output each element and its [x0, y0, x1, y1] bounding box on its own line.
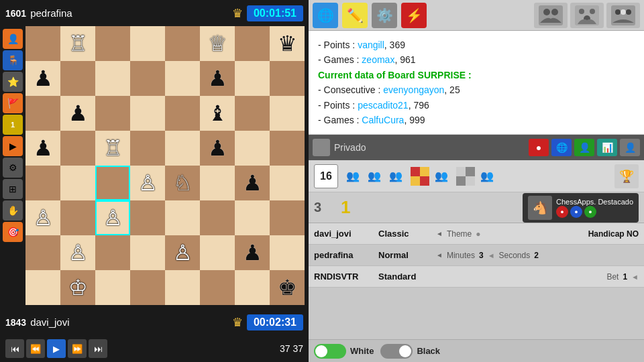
sq-f3[interactable]	[200, 200, 235, 235]
icon-target[interactable]: 🎯	[3, 222, 23, 242]
icon-number-1[interactable]: 1	[3, 115, 23, 135]
priv-person-icon[interactable]: 👤	[620, 139, 640, 156]
sq-a5[interactable]: ♟	[25, 131, 60, 166]
sq-h4[interactable]	[270, 166, 305, 200]
sq-c6[interactable]	[95, 96, 130, 131]
icon-hand[interactable]: ✋	[3, 200, 23, 221]
sq-b1[interactable]: ♔	[60, 270, 95, 305]
sq-a1[interactable]	[25, 270, 60, 305]
sq-g2[interactable]: ♟	[235, 235, 270, 270]
sq-g7[interactable]	[235, 61, 270, 96]
gear-icon[interactable]: ⚙️	[372, 3, 397, 28]
sq-d2[interactable]	[130, 235, 165, 270]
sq-e1[interactable]	[165, 270, 200, 305]
sq-b6[interactable]: ♟	[60, 96, 95, 131]
sq-d8[interactable]	[130, 26, 165, 61]
sq-c4[interactable]	[95, 166, 130, 200]
priv-blue-icon[interactable]: 🌐	[551, 139, 572, 156]
trophy-button[interactable]: 🏆	[614, 164, 639, 188]
sq-c8[interactable]	[95, 26, 130, 61]
sq-b4[interactable]	[60, 166, 95, 200]
ctrl-prev[interactable]: ⏪	[26, 339, 45, 358]
sq-a3[interactable]: ♙	[25, 200, 60, 235]
sq-c2[interactable]	[95, 235, 130, 270]
privado-checkbox[interactable]	[313, 139, 330, 156]
sq-d5[interactable]	[130, 131, 165, 166]
feat-icon-red[interactable]: ●	[556, 206, 568, 218]
sq-a8[interactable]	[25, 26, 60, 61]
sq-f1[interactable]	[200, 270, 235, 305]
black-toggle[interactable]	[380, 344, 413, 359]
sq-g8[interactable]	[235, 26, 270, 61]
globe-icon[interactable]: 🌐	[313, 3, 338, 28]
ctrl-next[interactable]: ⏩	[68, 339, 87, 358]
sq-a2[interactable]	[25, 235, 60, 270]
sq-h1[interactable]: ♚	[270, 270, 305, 305]
sq-f4[interactable]	[200, 166, 235, 200]
sq-b2[interactable]: ♙	[60, 235, 95, 270]
feat-icon-blue[interactable]: ●	[570, 206, 582, 218]
ctrl-skip-fwd[interactable]: ⏭	[89, 339, 107, 358]
sq-h7[interactable]	[270, 61, 305, 96]
sq-d4[interactable]: ♙	[130, 166, 165, 200]
sq-h2[interactable]	[270, 235, 305, 270]
sq-e8[interactable]	[165, 26, 200, 61]
sq-f6[interactable]: ♝	[200, 96, 235, 131]
sq-f8[interactable]: ♕	[200, 26, 235, 61]
sq-c3[interactable]: ♙	[95, 200, 130, 235]
sq-e6[interactable]	[165, 96, 200, 131]
sq-h3[interactable]	[270, 200, 305, 235]
icon-star[interactable]: ⭐	[3, 72, 23, 92]
sq-b7[interactable]	[60, 61, 95, 96]
sq-g1[interactable]	[235, 270, 270, 305]
sq-f2[interactable]	[200, 235, 235, 270]
sq-a7[interactable]: ♟	[25, 61, 60, 96]
sq-b8[interactable]: ♖	[60, 26, 95, 61]
lightning-icon[interactable]: ⚡	[401, 3, 427, 28]
priv-chart-icon[interactable]: 📊	[597, 139, 617, 156]
sq-f5[interactable]: ♟	[200, 131, 235, 166]
sq-e7[interactable]	[165, 61, 200, 96]
sq-d6[interactable]	[130, 96, 165, 131]
sq-b5[interactable]	[60, 131, 95, 166]
sq-g3[interactable]	[235, 200, 270, 235]
sq-a4[interactable]	[25, 166, 60, 200]
priv-red-icon[interactable]: ●	[529, 139, 549, 156]
sq-g5[interactable]	[235, 131, 270, 166]
sq-g4[interactable]: ♟	[235, 166, 270, 200]
sq-h8[interactable]: ♛	[270, 26, 305, 61]
sq-b3[interactable]	[60, 200, 95, 235]
notepad-icon[interactable]: ✏️	[342, 3, 368, 28]
icon-settings2[interactable]: ⚙	[3, 158, 23, 178]
sq-a6[interactable]	[25, 96, 60, 131]
feat-icon-green[interactable]: ●	[584, 206, 596, 218]
sq-h6[interactable]	[270, 96, 305, 131]
sq-d1[interactable]	[130, 270, 165, 305]
icon-flag[interactable]: 🚩	[3, 93, 23, 113]
sq-e4[interactable]: ♘	[165, 166, 200, 200]
gr1-arrow[interactable]: ◄	[436, 230, 443, 237]
icon-chair[interactable]: 🪑	[3, 50, 23, 70]
priv-green-icon[interactable]: 👤	[574, 139, 594, 156]
sq-e2[interactable]: ♙	[165, 235, 200, 270]
group-icon-2[interactable]	[570, 3, 604, 28]
sq-f7[interactable]: ♟	[200, 61, 235, 96]
sq-d3[interactable]	[130, 200, 165, 235]
icon-person[interactable]: 👤	[3, 29, 23, 49]
ctrl-play[interactable]: ▶	[47, 339, 66, 358]
sq-c1[interactable]	[95, 270, 130, 305]
sq-e3[interactable]	[165, 200, 200, 235]
sq-c5[interactable]: ♖	[95, 131, 130, 166]
white-toggle[interactable]	[314, 344, 346, 359]
sq-d7[interactable]	[130, 61, 165, 96]
group-icon-3[interactable]	[606, 3, 640, 28]
icon-grid[interactable]: ⊞	[3, 179, 23, 199]
sq-h5[interactable]	[270, 131, 305, 166]
icon-play[interactable]: ▶	[3, 136, 23, 156]
sq-c7[interactable]	[95, 61, 130, 96]
sq-g6[interactable]	[235, 96, 270, 131]
group-icon-1[interactable]	[534, 3, 568, 28]
ctrl-skip-back[interactable]: ⏮	[5, 339, 24, 358]
gr2-arrow[interactable]: ◄	[436, 251, 443, 259]
sq-e5[interactable]	[165, 131, 200, 166]
